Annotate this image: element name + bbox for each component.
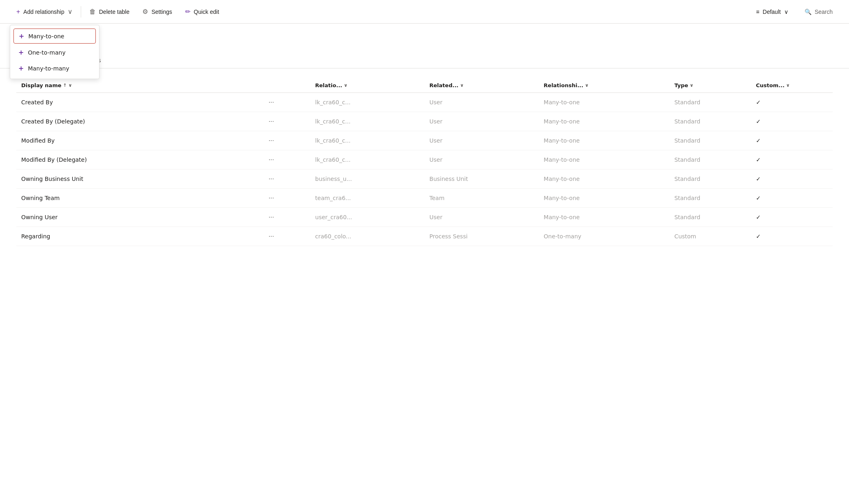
cell-relation-1: lk_cra60_c... <box>310 112 424 131</box>
col-header-custom[interactable]: Custom... ∨ <box>751 78 833 93</box>
checkmark-icon: ✓ <box>756 233 761 240</box>
search-button[interactable]: 🔍 Search <box>798 5 839 18</box>
cell-relationship-2: Many-to-one <box>539 131 669 150</box>
default-view-button[interactable]: ≡ Default ∨ <box>750 5 795 18</box>
relationships-table: Display name ↑ ∨ Relatio... ∨ Related... <box>16 78 833 246</box>
more-button-4[interactable]: ··· <box>266 174 276 183</box>
more-button-0[interactable]: ··· <box>266 98 276 107</box>
col-relationship-label: Relationshi... <box>544 82 583 88</box>
table-row: Modified By (Delegate) ··· lk_cra60_c...… <box>16 150 833 169</box>
cell-relationship-6: Many-to-one <box>539 208 669 227</box>
cell-display-name-2: Modified By <box>16 131 261 150</box>
cell-more-5: ··· <box>261 189 310 208</box>
one-to-many-plus-icon: + <box>18 48 24 56</box>
dropdown-item-many-to-many[interactable]: + Many-to-many <box>10 60 99 76</box>
cell-custom-6: ✓ <box>751 208 833 227</box>
more-button-7[interactable]: ··· <box>266 232 276 241</box>
add-relationship-label: Add relationship <box>23 9 64 15</box>
cell-display-name-6: Owning User <box>16 208 261 227</box>
col-header-relationship[interactable]: Relationshi... ∨ <box>539 78 669 93</box>
settings-button[interactable]: ⚙ Settings <box>136 4 179 19</box>
cell-custom-5: ✓ <box>751 189 833 208</box>
cell-type-7: Custom <box>670 227 751 246</box>
page-header: Tables › Color Color <box>0 24 849 48</box>
cell-type-3: Standard <box>670 150 751 169</box>
one-to-many-label: One-to-many <box>28 49 65 56</box>
more-button-6[interactable]: ··· <box>266 213 276 222</box>
table-row: Modified By ··· lk_cra60_c... User Many-… <box>16 131 833 150</box>
col-header-related[interactable]: Related... ∨ <box>424 78 539 93</box>
table-row: Owning Team ··· team_cra6... Team Many-t… <box>16 189 833 208</box>
cell-more-6: ··· <box>261 208 310 227</box>
sort-desc-icon: ∨ <box>69 83 72 88</box>
many-to-one-plus-icon: + <box>19 32 24 40</box>
relationships-table-container: Display name ↑ ∨ Relatio... ∨ Related... <box>0 68 849 256</box>
cell-related-3: User <box>424 150 539 169</box>
page-title: Color <box>16 38 833 48</box>
pencil-icon: ✏ <box>185 8 190 15</box>
relationship-dropdown-menu: + Many-to-one + One-to-many + Many-to-ma… <box>10 25 99 79</box>
cell-relationship-7: One-to-many <box>539 227 669 246</box>
more-button-1[interactable]: ··· <box>266 117 276 126</box>
quick-edit-button[interactable]: ✏ Quick edit <box>179 4 226 19</box>
checkmark-icon: ✓ <box>756 156 761 163</box>
more-button-2[interactable]: ··· <box>266 136 276 145</box>
col-header-more <box>261 78 310 93</box>
cell-display-name-5: Owning Team <box>16 189 261 208</box>
col-relation-sort-icon: ∨ <box>344 83 347 88</box>
many-to-many-plus-icon: + <box>18 64 24 72</box>
default-label: Default <box>763 9 780 15</box>
col-relationship-sort-icon: ∨ <box>585 83 589 88</box>
cell-more-0: ··· <box>261 93 310 112</box>
cell-display-name-1: Created By (Delegate) <box>16 112 261 131</box>
checkmark-icon: ✓ <box>756 176 761 182</box>
more-button-5[interactable]: ··· <box>266 194 276 202</box>
delete-table-button[interactable]: 🗑 Delete table <box>83 5 136 19</box>
breadcrumb: Tables › Color <box>16 30 833 36</box>
col-header-relation[interactable]: Relatio... ∨ <box>310 78 424 93</box>
cell-custom-2: ✓ <box>751 131 833 150</box>
cell-type-1: Standard <box>670 112 751 131</box>
cell-relation-4: business_u... <box>310 169 424 189</box>
cell-related-0: User <box>424 93 539 112</box>
col-header-type[interactable]: Type ∨ <box>670 78 751 93</box>
table-row: Owning Business Unit ··· business_u... B… <box>16 169 833 189</box>
trash-icon: 🗑 <box>89 8 96 15</box>
settings-label: Settings <box>151 9 172 15</box>
col-header-display-name[interactable]: Display name ↑ ∨ <box>16 78 261 93</box>
cell-type-5: Standard <box>670 189 751 208</box>
cell-relation-2: lk_cra60_c... <box>310 131 424 150</box>
dropdown-item-one-to-many[interactable]: + One-to-many <box>10 44 99 60</box>
cell-display-name-3: Modified By (Delegate) <box>16 150 261 169</box>
checkmark-icon: ✓ <box>756 137 761 144</box>
cell-related-2: User <box>424 131 539 150</box>
quick-edit-label: Quick edit <box>194 9 219 15</box>
col-relation-label: Relatio... <box>315 82 342 88</box>
cell-related-7: Process Sessi <box>424 227 539 246</box>
plus-icon: + <box>16 8 20 15</box>
cell-related-5: Team <box>424 189 539 208</box>
col-type-sort-icon: ∨ <box>690 83 694 88</box>
more-button-3[interactable]: ··· <box>266 155 276 164</box>
tabs-bar: Relationships Views <box>0 53 849 68</box>
cell-display-name-4: Owning Business Unit <box>16 169 261 189</box>
col-custom-sort-icon: ∨ <box>786 83 790 88</box>
col-custom-label: Custom... <box>756 82 785 88</box>
cell-relation-7: cra60_colo... <box>310 227 424 246</box>
divider-1 <box>81 6 81 18</box>
cell-relation-6: user_cra60... <box>310 208 424 227</box>
dropdown-item-many-to-one[interactable]: + Many-to-one <box>13 29 96 44</box>
cell-type-0: Standard <box>670 93 751 112</box>
cell-more-3: ··· <box>261 150 310 169</box>
search-icon: 🔍 <box>805 9 811 15</box>
cell-custom-3: ✓ <box>751 150 833 169</box>
cell-type-6: Standard <box>670 208 751 227</box>
cell-relation-5: team_cra6... <box>310 189 424 208</box>
cell-display-name-0: Created By <box>16 93 261 112</box>
cell-custom-4: ✓ <box>751 169 833 189</box>
many-to-one-label: Many-to-one <box>28 33 64 40</box>
add-relationship-button[interactable]: + Add relationship ∨ <box>10 4 79 19</box>
cell-relationship-0: Many-to-one <box>539 93 669 112</box>
cell-related-4: Business Unit <box>424 169 539 189</box>
col-display-name-label: Display name <box>21 82 62 88</box>
